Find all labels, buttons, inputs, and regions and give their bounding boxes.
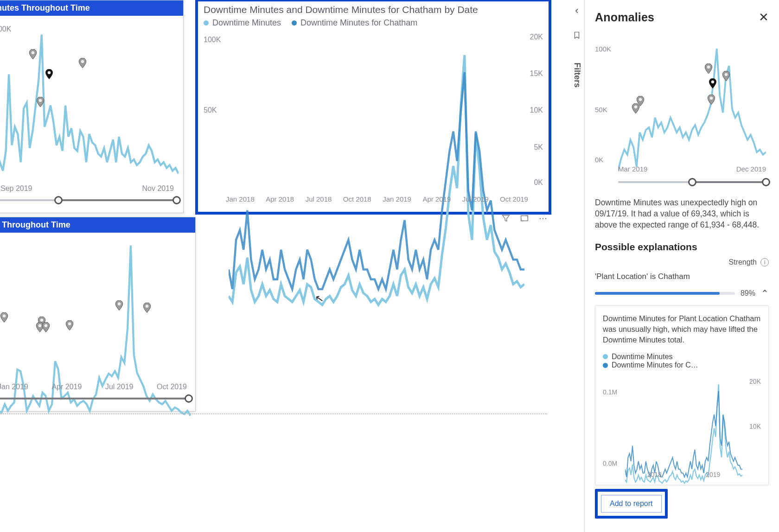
svg-point-9	[68, 323, 71, 326]
visual-downtime-top[interactable]: nutes Throughout Time 100K Sep 2019 Nov …	[0, 0, 184, 213]
visual-title: Downtime Minutes and Downtime Minutes fo…	[197, 0, 549, 16]
info-icon[interactable]: i	[760, 258, 769, 266]
chart-area: 100K 50K 20K 15K 10K 5K 0K	[204, 33, 543, 186]
anomaly-marker-icon[interactable]	[707, 95, 715, 105]
y-tick-left: 100K	[204, 36, 221, 44]
svg-point-11	[146, 304, 149, 308]
y-tick: 50K	[595, 106, 607, 114]
add-to-report-button[interactable]: Add to report	[601, 495, 662, 513]
x-tick: Jul 2018	[306, 195, 332, 206]
anomaly-marker-icon[interactable]	[42, 322, 50, 332]
x-tick: 2019	[706, 471, 720, 478]
x-tick: Sep 2019	[0, 184, 32, 196]
filters-label: Filters	[572, 63, 582, 88]
bookmark-icon[interactable]	[573, 31, 581, 42]
chevron-left-icon[interactable]: ‹	[575, 5, 578, 17]
anomaly-marker-icon[interactable]	[78, 58, 87, 68]
anomaly-marker-icon[interactable]	[709, 78, 717, 89]
x-tick: Dec 2019	[736, 165, 766, 173]
svg-point-7	[38, 324, 41, 328]
time-range-slider[interactable]	[0, 196, 177, 205]
explanation-text: Downtime Minutes for Plant Location Chat…	[603, 313, 761, 345]
strength-bar-row: 89% ⌃	[595, 288, 769, 299]
section-title: Possible explanations	[595, 241, 769, 253]
legend-dot-icon	[603, 363, 608, 368]
anomaly-marker-icon[interactable]	[143, 303, 151, 313]
filter-icon[interactable]	[501, 213, 511, 223]
line-chart	[229, 33, 524, 329]
pane-header: Anomalies ✕	[595, 10, 769, 25]
time-range-slider[interactable]	[618, 177, 766, 187]
explanation-card: Downtime Minutes for Plant Location Chat…	[595, 305, 769, 485]
x-axis-ticks: 2018 2019	[625, 471, 742, 478]
legend-label: Downtime Minutes	[612, 353, 673, 361]
anomaly-marker-icon[interactable]	[722, 71, 730, 81]
strength-label: Strength	[729, 258, 757, 266]
filters-pane-collapsed[interactable]: ‹ Filters	[570, 5, 583, 88]
y-tick-right: 0K	[534, 178, 543, 187]
legend-label: Downtime Minutes for C…	[612, 361, 698, 369]
chevron-up-icon[interactable]: ⌃	[761, 288, 769, 299]
chart-legend: Downtime Minutes Downtime Minutes for Ch…	[204, 18, 426, 28]
explanation-label[interactable]: 'Plant Location' is Chatham	[595, 272, 769, 281]
legend-label: Downtime Minutes	[212, 18, 281, 28]
svg-point-6	[40, 318, 44, 322]
svg-point-15	[711, 80, 715, 83]
x-tick: Jan 2018	[226, 195, 255, 206]
anomaly-marker-icon[interactable]	[704, 63, 713, 74]
y-tick-left: 0.1M	[603, 388, 617, 396]
slider-handle-end[interactable]	[762, 178, 770, 186]
slider-handle-start[interactable]	[688, 178, 696, 186]
visual-title: s Throughout Time	[0, 217, 195, 233]
visual-downtime-chatham[interactable]: Downtime Minutes and Downtime Minutes fo…	[197, 0, 550, 213]
x-tick: Apr 2019	[422, 195, 451, 206]
anomaly-marker-icon[interactable]	[0, 312, 8, 323]
slider-handle-end[interactable]	[185, 394, 193, 403]
x-tick: Mar 2019	[618, 165, 647, 173]
focus-mode-icon[interactable]	[519, 213, 530, 223]
strength-percent: 89%	[741, 289, 755, 298]
y-tick-right: 10K	[749, 423, 761, 430]
y-tick-right: 5K	[534, 143, 543, 152]
legend-dot-icon	[204, 20, 209, 25]
anomaly-marker-icon[interactable]	[636, 96, 645, 106]
x-tick: Jan 2019	[383, 195, 411, 206]
line-chart	[0, 237, 191, 436]
anomaly-marker-icon[interactable]	[65, 320, 74, 330]
svg-point-2	[48, 71, 51, 75]
svg-point-1	[38, 99, 42, 102]
anomaly-marker-icon[interactable]	[45, 69, 53, 79]
slider-handle-end[interactable]	[172, 196, 181, 204]
anomaly-overview-chart[interactable]: 100K 50K 0K Mar 2019 Dec 2019	[595, 37, 769, 190]
close-icon[interactable]: ✕	[759, 10, 769, 25]
x-tick: Apr 2019	[51, 383, 82, 394]
anomaly-marker-icon[interactable]	[115, 300, 123, 310]
x-tick: Jul 2019	[462, 195, 489, 206]
slider-handle-start[interactable]	[54, 196, 63, 204]
chart-legend: Downtime Minutes Downtime Minutes for C…	[603, 353, 761, 370]
x-axis-ticks: Jan 2019 Apr 2019 Jul 2019 Oct 2019	[0, 383, 187, 394]
anomaly-marker-icon[interactable]	[29, 49, 37, 59]
x-tick: Oct 2019	[500, 195, 528, 206]
x-tick: Jan 2019	[0, 383, 28, 394]
anomaly-marker-icon[interactable]	[36, 97, 45, 107]
slider-fill	[692, 181, 766, 183]
x-axis-ticks: Jan 2018 Apr 2018 Jul 2018 Oct 2018 Jan …	[226, 195, 528, 206]
visual-downtime-bottom[interactable]: s Throughout Time Jan 2019 Apr 2019 Jul …	[0, 217, 196, 412]
visual-title: nutes Throughout Time	[0, 0, 183, 16]
strength-bar-fill	[595, 292, 720, 295]
explanation-chart[interactable]: 0.1M 0.0M 20K 10K 2018 2019	[603, 374, 761, 480]
x-tick: Apr 2018	[266, 195, 294, 206]
svg-point-10	[118, 303, 121, 306]
y-tick-left: 0.0M	[603, 460, 617, 467]
x-tick: Oct 2019	[157, 383, 187, 394]
y-tick-right: 15K	[530, 70, 543, 78]
svg-point-8	[44, 324, 47, 328]
more-options-icon[interactable]: ···	[538, 213, 548, 223]
chart-body: Jan 2019 Apr 2019 Jul 2019 Oct 2019	[0, 233, 195, 408]
y-tick: 0K	[595, 156, 603, 164]
time-range-slider[interactable]	[0, 394, 189, 403]
strength-bar	[595, 292, 735, 295]
anomaly-summary-text: Downtime Minutes was unexpectedly high o…	[595, 197, 769, 230]
anomalies-pane: Anomalies ✕ 100K 50K 0K Mar 2019 Dec 201…	[584, 0, 779, 532]
